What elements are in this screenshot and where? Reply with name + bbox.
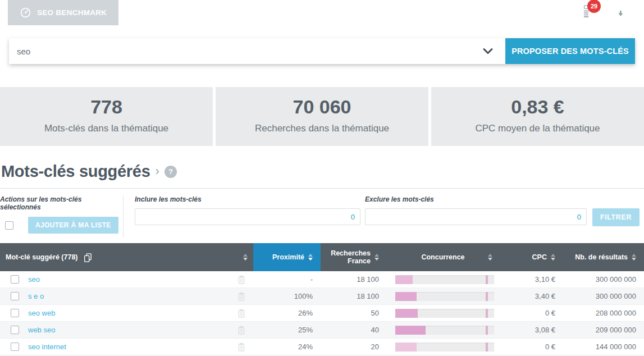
column-label: Recherches: [331, 249, 371, 257]
keyword-link[interactable]: s e o: [28, 292, 44, 300]
search-input-value: seo: [17, 47, 482, 56]
competition-bar-tick: [486, 309, 488, 318]
competition-bar-fill: [395, 275, 413, 284]
competition-bar: [395, 343, 494, 352]
keyword-link[interactable]: seo internet: [28, 343, 66, 351]
proximity-value: 100%: [253, 288, 321, 304]
filter-button[interactable]: FILTRER: [592, 208, 640, 226]
row-checkbox[interactable]: [11, 292, 19, 300]
sort-arrows-icon: [488, 254, 492, 261]
row-checkbox[interactable]: [11, 309, 19, 317]
sort-arrows-icon: [308, 254, 313, 261]
results-value: 144 000 000: [561, 339, 644, 355]
exclude-group: Exclure les mots-clés 0: [365, 195, 587, 225]
column-header-keyword[interactable]: Mot-clé suggéré (778): [0, 243, 253, 271]
serp-clipboard-icon[interactable]: [237, 292, 245, 301]
include-group: Inclure les mots-clés 0: [135, 195, 360, 225]
proximity-value: 24%: [253, 339, 321, 355]
competition-cell: [387, 271, 499, 287]
table-row: seo web 26% 50 0 € 208 000 000: [0, 305, 644, 322]
stat-keywords-count: 778 Mots-clés dans la thématique: [0, 87, 213, 146]
column-header-results[interactable]: Nb. de résultats: [561, 243, 644, 271]
table-row: s e o 100% 18 100 3,40 € 300 000 000: [0, 288, 644, 305]
cpc-value: 0 €: [499, 339, 561, 355]
select-all-checkbox[interactable]: [5, 221, 13, 230]
row-checkbox[interactable]: [11, 275, 19, 284]
actions-label: Actions sur les mots-clés sélectionnés: [0, 195, 123, 211]
serp-clipboard-icon[interactable]: [237, 326, 245, 335]
row-checkbox[interactable]: [11, 326, 19, 334]
top-tabbar: SEO BENCHMARK KEYWORD SUGGEST THEMATIC 2…: [0, 0, 644, 25]
competition-bar-tick: [486, 326, 488, 335]
cpc-value: 3,08 €: [499, 322, 561, 338]
help-icon[interactable]: ?: [165, 166, 177, 178]
exclude-keywords-input[interactable]: 0: [365, 208, 587, 225]
sort-arrows-icon: [632, 254, 636, 261]
column-label: CPC: [532, 253, 547, 261]
chevron-down-icon[interactable]: [482, 46, 494, 56]
gauge-icon: [20, 7, 31, 19]
table-header: Mot-clé suggéré (778) Proximité Recherch…: [0, 243, 644, 271]
results-value: 300 000 000: [561, 288, 644, 304]
competition-cell: [387, 288, 499, 304]
column-header-cpc[interactable]: CPC: [499, 243, 561, 271]
competition-bar-fill: [395, 326, 426, 335]
breadcrumb-chevron: ›: [156, 165, 159, 179]
column-header-proximity[interactable]: Proximité: [253, 243, 321, 271]
competition-bar-tick: [486, 343, 488, 352]
exclude-count: 0: [577, 213, 581, 221]
table-row: seo - 18 100 3,10 € 300 000 000: [0, 271, 644, 288]
stat-label: CPC moyen de la thématique: [431, 123, 644, 134]
sort-arrows-icon: [243, 254, 248, 261]
header-icons: 29: [545, 0, 644, 25]
column-label: Concurrence: [421, 253, 464, 261]
stat-label: Recherches dans la thématique: [216, 123, 428, 134]
stat-value: 778: [0, 96, 213, 118]
column-header-competition[interactable]: Concurrence: [387, 243, 499, 271]
stat-label: Mots-clés dans la thématique: [0, 123, 213, 134]
column-header-searches[interactable]: Recherches France: [321, 243, 387, 271]
column-label: France: [348, 257, 371, 265]
cpc-value: 0 €: [499, 305, 561, 321]
keyword-link[interactable]: seo: [28, 275, 40, 284]
column-label: Mot-clé suggéré (778): [6, 253, 78, 261]
cloud-download-icon[interactable]: [610, 5, 631, 21]
serp-clipboard-icon[interactable]: [237, 309, 245, 318]
competition-bar: [395, 292, 494, 301]
table-row: seo internet 24% 20 0 € 144 000 000: [0, 339, 644, 355]
serp-clipboard-icon[interactable]: [237, 275, 245, 284]
tab-keyword-suggest[interactable]: KEYWORD SUGGEST: [118, 0, 241, 25]
results-value: 209 000 000: [561, 322, 644, 338]
propose-keywords-button[interactable]: PROPOSER DES MOTS-CLÉS: [505, 38, 635, 64]
competition-bar-fill: [395, 292, 417, 301]
stat-searches-count: 70 060 Recherches dans la thématique: [216, 87, 428, 146]
competition-bar-tick: [486, 275, 488, 284]
row-checkbox[interactable]: [11, 343, 19, 351]
keyword-link[interactable]: web seo: [28, 326, 55, 334]
competition-bar: [395, 326, 494, 335]
tab-seo-benchmark[interactable]: SEO BENCHMARK: [8, 0, 118, 25]
tab-label: THEMATIC: [271, 8, 310, 17]
serp-clipboard-icon[interactable]: [237, 343, 245, 352]
keyword-suggest-icon: [130, 7, 143, 19]
tab-label: SEO BENCHMARK: [37, 8, 107, 17]
searches-value: 40: [321, 322, 387, 338]
page-header: SEO BENCHMARK KEYWORD SUGGEST THEMATIC 2…: [0, 0, 644, 79]
keyword-link[interactable]: seo web: [28, 309, 55, 317]
target-icon[interactable]: [545, 4, 562, 21]
copy-icon[interactable]: [83, 253, 92, 262]
competition-bar-fill: [395, 343, 417, 352]
stat-value: 0,83 €: [431, 96, 644, 118]
add-to-list-button[interactable]: AJOUTER À MA LISTE: [28, 217, 118, 234]
include-keywords-input[interactable]: 0: [135, 208, 360, 225]
notification-badge: 29: [587, 0, 601, 13]
tab-thematic[interactable]: THEMATIC: [241, 0, 322, 25]
competition-bar: [395, 275, 494, 284]
clipboard-list-icon[interactable]: 29: [578, 4, 594, 21]
table-body: seo - 18 100 3,10 € 300 000 000 s e o 10…: [0, 271, 644, 356]
keyword-search-input[interactable]: seo: [9, 38, 505, 64]
competition-bar: [395, 309, 494, 318]
sort-arrows-icon: [551, 254, 555, 261]
competition-bar-fill: [395, 309, 418, 318]
searches-value: 20: [321, 339, 387, 355]
